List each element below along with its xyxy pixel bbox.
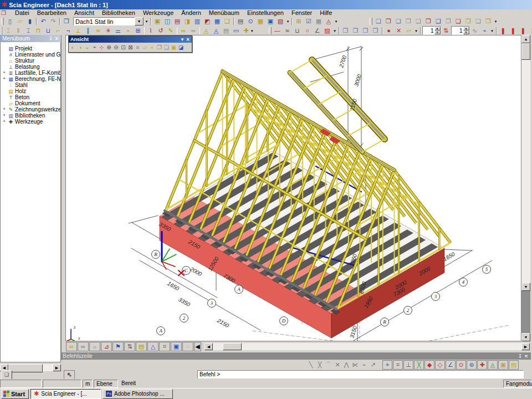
delete-icon[interactable]: ✕ — [394, 27, 404, 35]
zoom-window-icon[interactable]: ⊡ — [120, 43, 127, 52]
menu-item[interactable]: Datei — [11, 9, 33, 17]
dock-tab-icon[interactable]: ❏ — [1, 370, 12, 380]
swap-icon[interactable]: ⇅ — [124, 342, 135, 351]
tree-item[interactable]: # Linienraster und Gescho — [1, 52, 60, 58]
tree-expander[interactable]: + — [2, 113, 7, 118]
clipping-box-icon[interactable]: ▱ — [141, 43, 149, 52]
midpoint-icon[interactable]: ◇ — [435, 360, 445, 370]
grid-snap-icon[interactable]: ⌗ — [393, 360, 403, 370]
status-plane[interactable]: Ebene Xy — [94, 380, 118, 388]
mdi-window-icon-11[interactable]: ❏ — [473, 17, 483, 25]
draw-icon[interactable]: ✎ — [166, 27, 176, 35]
scroll-up-icon[interactable]: ▲ — [521, 35, 530, 43]
show-numbers-icon[interactable]: ▦ — [212, 17, 222, 25]
mdi-window-icon-10[interactable]: ❐ — [463, 17, 473, 25]
mdi-window-icon-4[interactable]: ❐ — [403, 17, 413, 25]
tree-item[interactable]: T Beton — [1, 94, 60, 100]
tree-item[interactable]: ▱ Dokument — [1, 100, 60, 106]
view-axo-icon[interactable]: ◓ — [91, 43, 98, 52]
toolbar-grip[interactable] — [269, 27, 272, 34]
show-labels-icon[interactable]: ◩ — [202, 17, 212, 25]
perspective-icon[interactable]: ◪ — [177, 43, 185, 52]
task-scia-engineer[interactable]: ✱ Scia Engineer - [... — [30, 389, 101, 399]
scroll-thumb[interactable] — [521, 43, 530, 60]
section-result-icon[interactable]: ≍ — [283, 27, 293, 35]
snap-join-icon[interactable]: ⋉ — [351, 361, 360, 369]
ungroup-icon[interactable]: ◬ — [211, 27, 221, 35]
angle-icon[interactable]: ∠ — [313, 27, 323, 35]
picture-icon[interactable]: ▣ — [265, 17, 275, 25]
plate-icon[interactable]: ⊓ — [33, 27, 43, 35]
snap-poly-icon[interactable]: ⌁ — [360, 361, 369, 369]
copy-view-icon-2[interactable]: ❐ — [351, 27, 361, 35]
rib-icon[interactable]: ¬ — [63, 27, 73, 35]
spin-down-icon[interactable]: ▼ — [434, 30, 441, 34]
tree-expander[interactable]: + — [2, 70, 7, 75]
zoom-all-icon[interactable]: ⊠ — [127, 43, 134, 52]
spin-up-icon[interactable]: ▲ — [463, 27, 469, 30]
scroll-right-icon[interactable]: ▶ — [53, 364, 61, 371]
view-z-icon[interactable]: ◒ — [84, 43, 91, 52]
start-button[interactable]: Start — [1, 389, 29, 399]
catalog-block-icon[interactable]: ⌁ — [123, 27, 133, 35]
tree-item[interactable]: + ▥ Bibliotheken — [1, 112, 60, 119]
wall-icon[interactable]: ⊔ — [43, 27, 53, 35]
free-bar-icon[interactable]: ⊞ — [133, 27, 143, 35]
result-dropdown-icon[interactable]: ▾ — [332, 27, 337, 35]
box-snap-icon[interactable]: ▣ — [498, 360, 508, 370]
menu-item[interactable]: Ändern — [177, 9, 204, 17]
chain-gray-icon[interactable]: ∞ — [78, 342, 89, 351]
menu-item[interactable]: Werkzeuge — [139, 9, 177, 17]
mdi-window-icon-2[interactable]: ❐ — [383, 17, 393, 25]
render-settings-icon[interactable]: ▣ — [152, 17, 162, 25]
truss-member-icon[interactable]: ⟂ — [73, 27, 83, 35]
disconnect-icon[interactable]: ∞ — [188, 27, 198, 35]
folder-icon[interactable]: ▱ — [404, 27, 414, 35]
open-file-icon[interactable]: ▱ — [15, 17, 25, 25]
spin-down-icon[interactable]: ▼ — [463, 30, 469, 34]
hatch-icon[interactable]: ▨ — [323, 27, 332, 35]
table-icon[interactable]: ▦ — [314, 17, 324, 25]
window-icon[interactable]: ▣ — [171, 342, 182, 351]
steel-check-icon-4[interactable]: ❚ — [528, 27, 532, 35]
tree-item[interactable]: + ▦ Berechnung, FE-Netz — [1, 76, 60, 82]
print-dropdown-icon[interactable]: ▾ — [285, 17, 290, 25]
pin-icon[interactable]: ↧ — [517, 354, 523, 359]
scroll-track[interactable] — [8, 364, 53, 371]
tree-expander[interactable] — [2, 89, 7, 94]
zoom-out-icon[interactable]: ⊖ — [112, 43, 120, 52]
tree-expander[interactable] — [2, 83, 7, 88]
menubaum-panel-header[interactable]: Menübaum ↧ ✕ — [0, 35, 61, 42]
status-unit[interactable]: m — [83, 380, 93, 388]
combo-more-dropdown-icon[interactable]: ▾ — [144, 17, 149, 25]
tree-item[interactable]: + ✎ Zeichnungswerkzeuge — [1, 106, 60, 112]
tree-item[interactable]: ▤ Holz — [1, 88, 60, 94]
mountain-icon[interactable]: △ — [147, 342, 158, 351]
copy-view-icon-1[interactable]: ❐ — [341, 27, 351, 35]
close-icon[interactable]: ✕ — [185, 37, 191, 42]
layer-icon[interactable]: ▤ — [221, 27, 231, 35]
befehlszeile-header[interactable]: Befehlszeile ↧ ✕ — [61, 352, 531, 360]
count-spinner[interactable]: 1 ▲▼ — [451, 26, 470, 35]
mdi-window-icon-1[interactable]: ❏ — [374, 17, 383, 25]
snap-delete-icon[interactable]: ✕ — [333, 361, 342, 369]
member-select-icon[interactable]: ⌔ — [89, 342, 100, 351]
mdi-window-icon-8[interactable]: ❐ — [443, 17, 453, 25]
clamp-icon[interactable]: ⊔ — [293, 27, 303, 35]
rotate-icon[interactable]: ↺ — [156, 27, 166, 35]
mdi-window-icon-12[interactable]: ❐ — [483, 17, 493, 25]
task-adobe-photoshop[interactable]: Ps Adobe Photoshop ... — [103, 389, 173, 399]
show-axes-icon[interactable]: ❏ — [222, 17, 232, 25]
snap-cross-icon[interactable]: ╳ — [315, 361, 324, 369]
chart-icon[interactable]: ◬ — [324, 17, 334, 25]
new-file-icon[interactable]: ▯ — [5, 17, 15, 25]
tree-expander[interactable] — [2, 95, 7, 100]
scroll-track[interactable] — [213, 343, 521, 350]
tree-item[interactable]: ⌂ Struktur — [1, 58, 60, 64]
beam-icon[interactable]: ‖ — [13, 27, 23, 35]
light-icon[interactable]: ● — [149, 43, 156, 52]
print-preview-icon[interactable]: ⊙ — [245, 17, 255, 25]
tree-item[interactable]: + ✚ Werkzeuge — [1, 119, 60, 125]
bolt-icon[interactable]: ⌁ — [480, 27, 490, 35]
load-panel-icon[interactable]: ✳ — [103, 27, 113, 35]
